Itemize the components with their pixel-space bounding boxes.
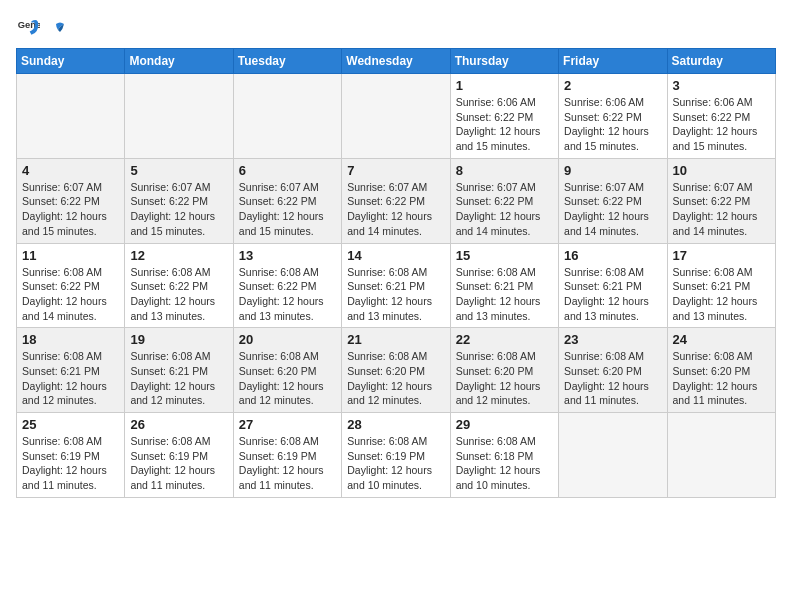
calendar-day-cell: 2Sunrise: 6:06 AMSunset: 6:22 PMDaylight… (559, 74, 667, 159)
day-info: Sunrise: 6:07 AMSunset: 6:22 PMDaylight:… (673, 180, 770, 239)
day-info: Sunrise: 6:07 AMSunset: 6:22 PMDaylight:… (22, 180, 119, 239)
day-info: Sunrise: 6:08 AMSunset: 6:20 PMDaylight:… (347, 349, 444, 408)
day-number: 21 (347, 332, 444, 347)
calendar-day-cell: 29Sunrise: 6:08 AMSunset: 6:18 PMDayligh… (450, 413, 558, 498)
calendar-day-cell: 1Sunrise: 6:06 AMSunset: 6:22 PMDaylight… (450, 74, 558, 159)
day-info: Sunrise: 6:08 AMSunset: 6:19 PMDaylight:… (347, 434, 444, 493)
calendar-day-cell: 4Sunrise: 6:07 AMSunset: 6:22 PMDaylight… (17, 158, 125, 243)
weekday-header-tuesday: Tuesday (233, 49, 341, 74)
calendar-day-cell: 19Sunrise: 6:08 AMSunset: 6:21 PMDayligh… (125, 328, 233, 413)
day-number: 23 (564, 332, 661, 347)
day-number: 26 (130, 417, 227, 432)
calendar-day-cell: 24Sunrise: 6:08 AMSunset: 6:20 PMDayligh… (667, 328, 775, 413)
day-number: 6 (239, 163, 336, 178)
calendar-day-cell: 21Sunrise: 6:08 AMSunset: 6:20 PMDayligh… (342, 328, 450, 413)
day-number: 12 (130, 248, 227, 263)
day-number: 22 (456, 332, 553, 347)
calendar-day-cell: 27Sunrise: 6:08 AMSunset: 6:19 PMDayligh… (233, 413, 341, 498)
day-number: 8 (456, 163, 553, 178)
calendar-table: SundayMondayTuesdayWednesdayThursdayFrid… (16, 48, 776, 498)
calendar-day-cell (233, 74, 341, 159)
calendar-day-cell: 26Sunrise: 6:08 AMSunset: 6:19 PMDayligh… (125, 413, 233, 498)
calendar-day-cell: 23Sunrise: 6:08 AMSunset: 6:20 PMDayligh… (559, 328, 667, 413)
day-number: 2 (564, 78, 661, 93)
day-number: 11 (22, 248, 119, 263)
calendar-day-cell (667, 413, 775, 498)
weekday-header-sunday: Sunday (17, 49, 125, 74)
day-info: Sunrise: 6:07 AMSunset: 6:22 PMDaylight:… (130, 180, 227, 239)
calendar-week-row: 11Sunrise: 6:08 AMSunset: 6:22 PMDayligh… (17, 243, 776, 328)
calendar-day-cell: 16Sunrise: 6:08 AMSunset: 6:21 PMDayligh… (559, 243, 667, 328)
day-number: 13 (239, 248, 336, 263)
day-number: 17 (673, 248, 770, 263)
calendar-week-row: 4Sunrise: 6:07 AMSunset: 6:22 PMDaylight… (17, 158, 776, 243)
calendar-day-cell: 25Sunrise: 6:08 AMSunset: 6:19 PMDayligh… (17, 413, 125, 498)
day-info: Sunrise: 6:08 AMSunset: 6:22 PMDaylight:… (130, 265, 227, 324)
day-number: 28 (347, 417, 444, 432)
calendar-day-cell: 22Sunrise: 6:08 AMSunset: 6:20 PMDayligh… (450, 328, 558, 413)
calendar-day-cell: 15Sunrise: 6:08 AMSunset: 6:21 PMDayligh… (450, 243, 558, 328)
day-info: Sunrise: 6:08 AMSunset: 6:22 PMDaylight:… (22, 265, 119, 324)
day-number: 20 (239, 332, 336, 347)
day-info: Sunrise: 6:08 AMSunset: 6:21 PMDaylight:… (456, 265, 553, 324)
day-info: Sunrise: 6:07 AMSunset: 6:22 PMDaylight:… (347, 180, 444, 239)
day-info: Sunrise: 6:08 AMSunset: 6:21 PMDaylight:… (130, 349, 227, 408)
calendar-day-cell: 14Sunrise: 6:08 AMSunset: 6:21 PMDayligh… (342, 243, 450, 328)
day-info: Sunrise: 6:06 AMSunset: 6:22 PMDaylight:… (456, 95, 553, 154)
calendar-day-cell: 10Sunrise: 6:07 AMSunset: 6:22 PMDayligh… (667, 158, 775, 243)
calendar-day-cell: 8Sunrise: 6:07 AMSunset: 6:22 PMDaylight… (450, 158, 558, 243)
day-number: 16 (564, 248, 661, 263)
day-info: Sunrise: 6:06 AMSunset: 6:22 PMDaylight:… (564, 95, 661, 154)
day-info: Sunrise: 6:08 AMSunset: 6:21 PMDaylight:… (347, 265, 444, 324)
calendar-day-cell: 11Sunrise: 6:08 AMSunset: 6:22 PMDayligh… (17, 243, 125, 328)
calendar-day-cell: 6Sunrise: 6:07 AMSunset: 6:22 PMDaylight… (233, 158, 341, 243)
day-info: Sunrise: 6:08 AMSunset: 6:21 PMDaylight:… (22, 349, 119, 408)
day-number: 29 (456, 417, 553, 432)
day-number: 15 (456, 248, 553, 263)
day-number: 25 (22, 417, 119, 432)
calendar-day-cell: 3Sunrise: 6:06 AMSunset: 6:22 PMDaylight… (667, 74, 775, 159)
day-number: 10 (673, 163, 770, 178)
weekday-header-friday: Friday (559, 49, 667, 74)
page-header: General (16, 16, 776, 40)
calendar-day-cell (559, 413, 667, 498)
calendar-day-cell: 12Sunrise: 6:08 AMSunset: 6:22 PMDayligh… (125, 243, 233, 328)
weekday-header-row: SundayMondayTuesdayWednesdayThursdayFrid… (17, 49, 776, 74)
calendar-day-cell: 7Sunrise: 6:07 AMSunset: 6:22 PMDaylight… (342, 158, 450, 243)
day-number: 18 (22, 332, 119, 347)
weekday-header-monday: Monday (125, 49, 233, 74)
day-info: Sunrise: 6:08 AMSunset: 6:19 PMDaylight:… (130, 434, 227, 493)
calendar-day-cell (342, 74, 450, 159)
day-number: 24 (673, 332, 770, 347)
day-number: 9 (564, 163, 661, 178)
weekday-header-wednesday: Wednesday (342, 49, 450, 74)
logo-bird-icon (46, 20, 66, 40)
day-info: Sunrise: 6:08 AMSunset: 6:22 PMDaylight:… (239, 265, 336, 324)
calendar-day-cell (17, 74, 125, 159)
day-info: Sunrise: 6:07 AMSunset: 6:22 PMDaylight:… (456, 180, 553, 239)
calendar-day-cell: 5Sunrise: 6:07 AMSunset: 6:22 PMDaylight… (125, 158, 233, 243)
calendar-day-cell: 28Sunrise: 6:08 AMSunset: 6:19 PMDayligh… (342, 413, 450, 498)
calendar-day-cell: 18Sunrise: 6:08 AMSunset: 6:21 PMDayligh… (17, 328, 125, 413)
day-info: Sunrise: 6:07 AMSunset: 6:22 PMDaylight:… (239, 180, 336, 239)
weekday-header-saturday: Saturday (667, 49, 775, 74)
day-info: Sunrise: 6:07 AMSunset: 6:22 PMDaylight:… (564, 180, 661, 239)
day-info: Sunrise: 6:08 AMSunset: 6:21 PMDaylight:… (564, 265, 661, 324)
weekday-header-thursday: Thursday (450, 49, 558, 74)
day-number: 14 (347, 248, 444, 263)
day-number: 27 (239, 417, 336, 432)
calendar-day-cell: 9Sunrise: 6:07 AMSunset: 6:22 PMDaylight… (559, 158, 667, 243)
day-info: Sunrise: 6:08 AMSunset: 6:20 PMDaylight:… (239, 349, 336, 408)
calendar-week-row: 25Sunrise: 6:08 AMSunset: 6:19 PMDayligh… (17, 413, 776, 498)
day-number: 7 (347, 163, 444, 178)
day-number: 1 (456, 78, 553, 93)
day-info: Sunrise: 6:08 AMSunset: 6:18 PMDaylight:… (456, 434, 553, 493)
calendar-day-cell (125, 74, 233, 159)
day-info: Sunrise: 6:08 AMSunset: 6:20 PMDaylight:… (456, 349, 553, 408)
day-number: 3 (673, 78, 770, 93)
logo: General (16, 16, 66, 40)
day-info: Sunrise: 6:08 AMSunset: 6:21 PMDaylight:… (673, 265, 770, 324)
calendar-day-cell: 17Sunrise: 6:08 AMSunset: 6:21 PMDayligh… (667, 243, 775, 328)
day-info: Sunrise: 6:08 AMSunset: 6:19 PMDaylight:… (239, 434, 336, 493)
day-info: Sunrise: 6:08 AMSunset: 6:19 PMDaylight:… (22, 434, 119, 493)
